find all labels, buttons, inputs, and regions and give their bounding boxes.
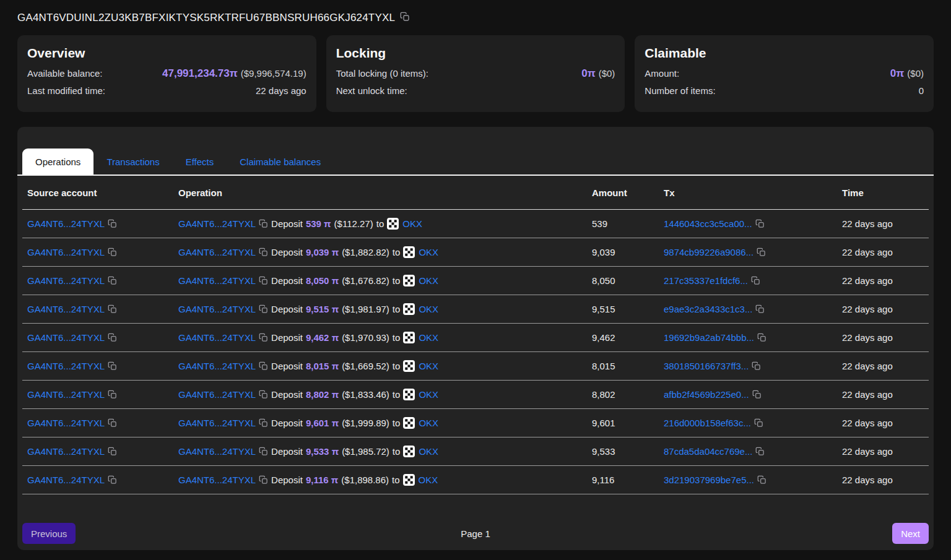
operation-account-link[interactable]: GA4NT6...24TYXL (178, 361, 256, 371)
claimable-items-value: 0 (919, 85, 924, 96)
operation-account-link[interactable]: GA4NT6...24TYXL (178, 247, 256, 257)
exchange-link[interactable]: OKX (403, 446, 438, 457)
copy-icon[interactable] (259, 333, 268, 342)
next-button[interactable]: Next (892, 523, 929, 544)
previous-button[interactable]: Previous (22, 523, 76, 544)
exchange-link[interactable]: OKX (403, 474, 438, 486)
okx-logo-icon (403, 474, 415, 486)
operation-account-link[interactable]: GA4NT6...24TYXL (178, 332, 256, 343)
header-operation: Operation (173, 187, 587, 198)
exchange-label: OKX (419, 247, 438, 257)
tab-operations[interactable]: Operations (22, 149, 93, 174)
copy-icon[interactable] (751, 276, 760, 285)
operations-table: Source account Operation Amount Tx Time … (22, 176, 929, 494)
copy-icon[interactable] (755, 447, 765, 456)
copy-icon[interactable] (108, 447, 117, 456)
operation-account-link[interactable]: GA4NT6...24TYXL (178, 418, 256, 428)
source-account-cell: GA4NT6...24TYXL (22, 275, 173, 286)
tx-link[interactable]: 217c35337e1fdcf6... (664, 275, 748, 286)
copy-icon[interactable] (259, 475, 268, 485)
tx-link[interactable]: e9ae3c2a3433c1c3... (664, 304, 752, 314)
tab-bar: Operations Transactions Effects Claimabl… (17, 127, 934, 176)
copy-icon[interactable] (108, 276, 117, 285)
tx-link[interactable]: 9874cb99226a9086... (664, 247, 753, 257)
time-cell: 22 days ago (837, 446, 929, 457)
tx-link[interactable]: 3d219037969be7e5... (664, 475, 754, 485)
copy-icon[interactable] (108, 219, 117, 228)
operation-usd: ($1,985.72) (342, 446, 389, 457)
table-row: GA4NT6...24TYXL GA4NT6...24TYXL Deposit … (22, 437, 929, 466)
tab-claimable-balances[interactable]: Claimable balances (227, 149, 334, 174)
source-account-link[interactable]: GA4NT6...24TYXL (27, 475, 105, 485)
table-row: GA4NT6...24TYXL GA4NT6...24TYXL Deposit … (22, 352, 929, 381)
source-account-link[interactable]: GA4NT6...24TYXL (27, 218, 105, 229)
source-account-link[interactable]: GA4NT6...24TYXL (27, 247, 105, 257)
tx-link[interactable]: afbb2f4569b225e0... (664, 389, 749, 400)
copy-icon[interactable] (108, 390, 117, 399)
tx-link[interactable]: 216d000b158ef63c... (664, 418, 751, 428)
table-row: GA4NT6...24TYXL GA4NT6...24TYXL Deposit … (22, 238, 929, 267)
exchange-link[interactable]: OKX (403, 417, 438, 429)
copy-icon[interactable] (108, 333, 117, 342)
copy-icon[interactable] (259, 304, 268, 314)
exchange-link[interactable]: OKX (403, 332, 438, 343)
operation-amount: 9,039 π (306, 247, 339, 257)
copy-icon[interactable] (400, 12, 410, 22)
copy-icon[interactable] (259, 276, 268, 285)
copy-icon[interactable] (259, 361, 268, 371)
copy-icon[interactable] (259, 390, 268, 399)
copy-icon[interactable] (757, 475, 766, 485)
operation-cell: GA4NT6...24TYXL Deposit 9,116 π ($1,898.… (173, 474, 587, 486)
tx-link[interactable]: 3801850166737ff3... (664, 361, 749, 371)
copy-icon[interactable] (108, 361, 117, 371)
exchange-link[interactable]: OKX (403, 246, 438, 258)
source-account-link[interactable]: GA4NT6...24TYXL (27, 418, 105, 428)
source-account-link[interactable]: GA4NT6...24TYXL (27, 361, 105, 371)
source-account-cell: GA4NT6...24TYXL (22, 304, 173, 314)
copy-icon[interactable] (108, 418, 117, 428)
copy-icon[interactable] (259, 418, 268, 428)
tx-link[interactable]: 87cda5da04cc769e... (664, 446, 752, 457)
copy-icon[interactable] (757, 333, 766, 342)
exchange-link[interactable]: OKX (403, 303, 438, 315)
operation-account-link[interactable]: GA4NT6...24TYXL (178, 275, 256, 286)
operation-account-link[interactable]: GA4NT6...24TYXL (178, 446, 256, 457)
okx-logo-icon (403, 246, 415, 258)
tx-link[interactable]: 19692b9a2ab74bbb... (664, 332, 754, 343)
tx-cell: 216d000b158ef63c... (659, 418, 837, 428)
copy-icon[interactable] (755, 219, 765, 228)
copy-icon[interactable] (259, 248, 268, 257)
copy-icon[interactable] (108, 475, 117, 485)
source-account-link[interactable]: GA4NT6...24TYXL (27, 275, 105, 286)
exchange-label: OKX (419, 446, 438, 457)
header-time: Time (837, 187, 929, 198)
copy-icon[interactable] (757, 248, 766, 257)
copy-icon[interactable] (259, 219, 268, 228)
exchange-link[interactable]: OKX (403, 275, 438, 286)
tab-transactions[interactable]: Transactions (93, 149, 172, 174)
operation-account-link[interactable]: GA4NT6...24TYXL (178, 304, 256, 314)
tx-link[interactable]: 1446043cc3c5ca00... (664, 218, 752, 229)
exchange-link[interactable]: OKX (403, 389, 438, 400)
source-account-link[interactable]: GA4NT6...24TYXL (27, 446, 105, 457)
copy-icon[interactable] (259, 447, 268, 456)
source-account-link[interactable]: GA4NT6...24TYXL (27, 389, 105, 400)
copy-icon[interactable] (108, 304, 117, 314)
time-cell: 22 days ago (837, 304, 929, 314)
source-account-link[interactable]: GA4NT6...24TYXL (27, 304, 105, 314)
tab-effects[interactable]: Effects (173, 149, 227, 174)
operation-account-link[interactable]: GA4NT6...24TYXL (178, 218, 256, 229)
exchange-link[interactable]: OKX (403, 360, 438, 372)
copy-icon[interactable] (754, 418, 763, 428)
operation-account-link[interactable]: GA4NT6...24TYXL (178, 389, 256, 400)
copy-icon[interactable] (752, 361, 761, 371)
copy-icon[interactable] (755, 304, 765, 314)
operation-account-link[interactable]: GA4NT6...24TYXL (178, 475, 256, 485)
copy-icon[interactable] (108, 248, 117, 257)
operation-to-text: to (393, 247, 401, 257)
operation-amount: 9,601 π (306, 418, 339, 428)
table-row: GA4NT6...24TYXL GA4NT6...24TYXL Deposit … (22, 466, 929, 494)
copy-icon[interactable] (752, 390, 762, 399)
exchange-link[interactable]: OKX (387, 218, 422, 230)
source-account-link[interactable]: GA4NT6...24TYXL (27, 332, 105, 343)
